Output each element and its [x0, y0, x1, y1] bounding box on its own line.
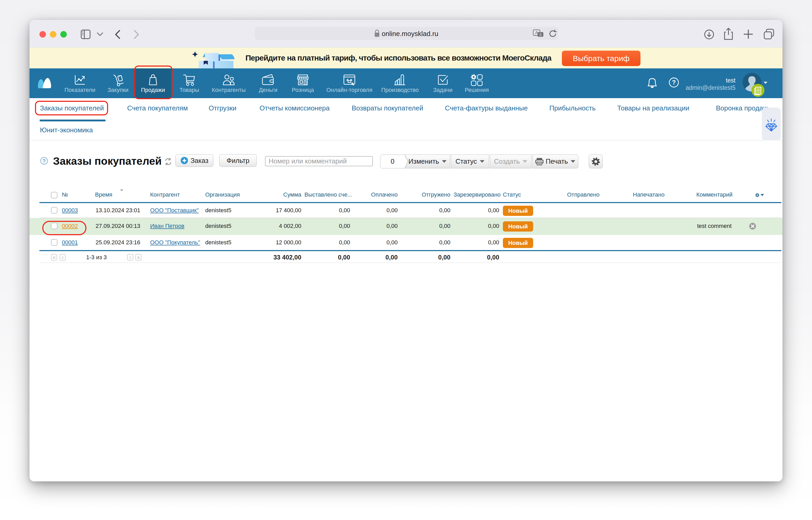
- svg-text:?: ?: [43, 158, 46, 164]
- svg-text:文: 文: [539, 33, 542, 36]
